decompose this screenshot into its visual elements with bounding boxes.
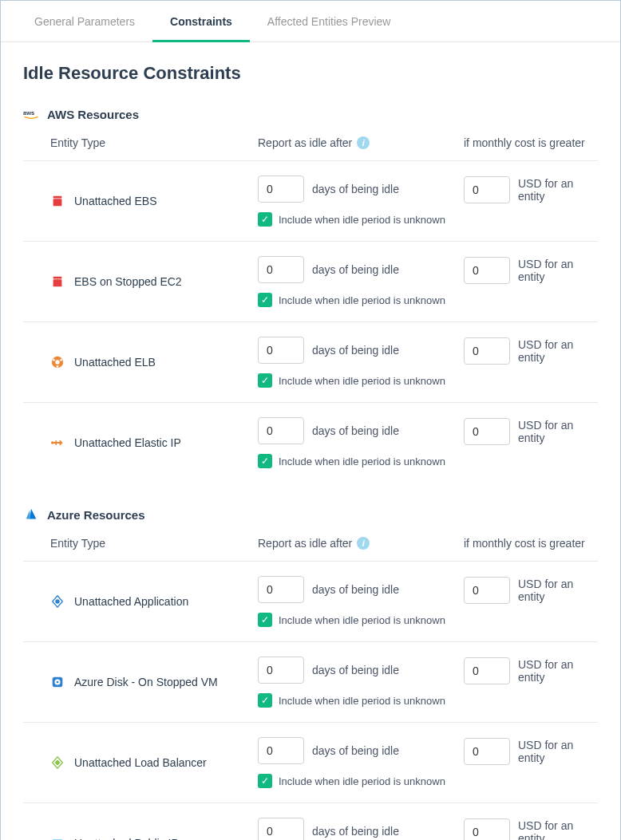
include-checkbox[interactable]: ✓ (258, 454, 272, 468)
section-header: awsAWS Resources (23, 106, 598, 122)
table-row: Azure Disk - On Stopped VMdays of being … (23, 641, 598, 722)
column-idle: Report as idle after i (258, 537, 464, 550)
include-checkbox[interactable]: ✓ (258, 212, 272, 227)
table-row: Unattached Applicationdays of being idle… (23, 561, 598, 641)
include-label: Include when idle period is unknown (279, 614, 445, 626)
include-label: Include when idle period is unknown (279, 775, 445, 787)
cost-label: USD for an entity (518, 258, 598, 283)
table-row: Unattached EBSdays of being idle✓Include… (23, 160, 598, 241)
include-checkbox[interactable]: ✓ (258, 373, 272, 388)
cost-input[interactable] (464, 257, 510, 284)
tab-constraints[interactable]: Constraints (152, 1, 250, 41)
days-input[interactable] (258, 657, 304, 684)
days-label: days of being idle (312, 263, 399, 276)
entity-icon (50, 594, 65, 609)
cost-input[interactable] (464, 418, 510, 445)
section-title: Azure Resources (47, 508, 145, 522)
entity-icon (50, 836, 65, 840)
include-checkbox[interactable]: ✓ (258, 693, 272, 708)
section-header: Azure Resources (23, 507, 598, 523)
azure-icon (23, 507, 39, 523)
days-label: days of being idle (312, 664, 399, 676)
include-label: Include when idle period is unknown (279, 375, 445, 387)
include-checkbox[interactable]: ✓ (258, 613, 272, 627)
tab-general[interactable]: General Parameters (17, 1, 152, 41)
cost-input[interactable] (464, 657, 510, 684)
cost-input[interactable] (464, 577, 510, 604)
table-row: Unattached Public IPdays of being idle✓I… (23, 803, 598, 840)
svg-point-7 (53, 359, 55, 361)
svg-point-9 (57, 365, 59, 368)
table-row: Unattached Load Balancerdays of being id… (23, 722, 598, 803)
entity-icon (50, 755, 65, 770)
days-input[interactable] (258, 175, 304, 203)
cost-input[interactable] (464, 176, 510, 203)
cost-label: USD for an entity (518, 819, 598, 840)
svg-rect-1 (53, 196, 62, 199)
svg-point-11 (55, 599, 59, 603)
svg-point-8 (60, 359, 62, 361)
days-label: days of being idle (312, 825, 399, 838)
aws-icon: aws (23, 106, 39, 122)
days-input[interactable] (258, 337, 304, 364)
cost-input[interactable] (464, 818, 510, 840)
column-cost: if monthly cost is greater (464, 537, 598, 550)
days-input[interactable] (258, 818, 304, 840)
svg-point-14 (57, 681, 59, 684)
cost-input[interactable] (464, 337, 510, 365)
svg-rect-3 (53, 277, 62, 279)
entity-name: EBS on Stopped EC2 (74, 275, 182, 288)
cost-label: USD for an entity (518, 419, 598, 444)
days-input[interactable] (258, 737, 304, 764)
info-icon[interactable]: i (357, 537, 370, 550)
entity-name: Unattached EBS (74, 195, 157, 207)
table-row: Unattached Elastic IPdays of being idle✓… (23, 402, 598, 483)
column-idle: Report as idle after i (258, 136, 464, 149)
svg-rect-4 (53, 279, 62, 286)
entity-name: Azure Disk - On Stopped VM (74, 676, 218, 688)
table-header: Entity TypeReport as idle after iif mont… (23, 537, 598, 561)
cost-input[interactable] (464, 738, 510, 765)
days-label: days of being idle (312, 744, 399, 757)
days-label: days of being idle (312, 583, 399, 596)
include-label: Include when idle period is unknown (279, 695, 445, 707)
days-input[interactable] (258, 256, 304, 283)
entity-icon (50, 274, 65, 289)
days-label: days of being idle (312, 424, 399, 437)
column-cost: if monthly cost is greater (464, 136, 598, 149)
cost-label: USD for an entity (518, 578, 598, 603)
cost-label: USD for an entity (518, 338, 598, 364)
include-checkbox[interactable]: ✓ (258, 293, 272, 307)
table-row: Unattached ELBdays of being idle✓Include… (23, 321, 598, 402)
entity-icon (50, 436, 65, 450)
column-entity: Entity Type (50, 537, 258, 550)
days-input[interactable] (258, 576, 304, 603)
entity-icon (50, 355, 65, 369)
entity-icon (50, 675, 65, 689)
page-title: Idle Resource Constraints (23, 63, 598, 84)
days-label: days of being idle (312, 183, 399, 195)
svg-rect-2 (53, 199, 62, 206)
cost-label: USD for an entity (518, 739, 598, 764)
days-label: days of being idle (312, 344, 399, 357)
svg-text:aws: aws (23, 109, 34, 116)
entity-icon (50, 194, 65, 208)
svg-point-6 (55, 360, 59, 364)
entity-name: Unattached Load Balancer (74, 756, 207, 769)
include-checkbox[interactable]: ✓ (258, 774, 272, 788)
table-header: Entity TypeReport as idle after iif mont… (23, 136, 598, 160)
entity-name: Unattached Application (74, 595, 188, 608)
entity-name: Unattached Elastic IP (74, 436, 181, 449)
table-row: EBS on Stopped EC2days of being idle✓Inc… (23, 241, 598, 321)
section-title: AWS Resources (47, 108, 139, 121)
tab-affected[interactable]: Affected Entities Preview (250, 1, 409, 41)
cost-label: USD for an entity (518, 658, 598, 684)
days-input[interactable] (258, 417, 304, 444)
info-icon[interactable]: i (357, 136, 370, 149)
tabs-bar: General Parameters Constraints Affected … (1, 1, 620, 42)
include-label: Include when idle period is unknown (279, 214, 445, 226)
include-label: Include when idle period is unknown (279, 294, 445, 306)
column-entity: Entity Type (50, 136, 258, 149)
entity-name: Unattached Public IP (74, 837, 179, 840)
entity-name: Unattached ELB (74, 356, 156, 369)
